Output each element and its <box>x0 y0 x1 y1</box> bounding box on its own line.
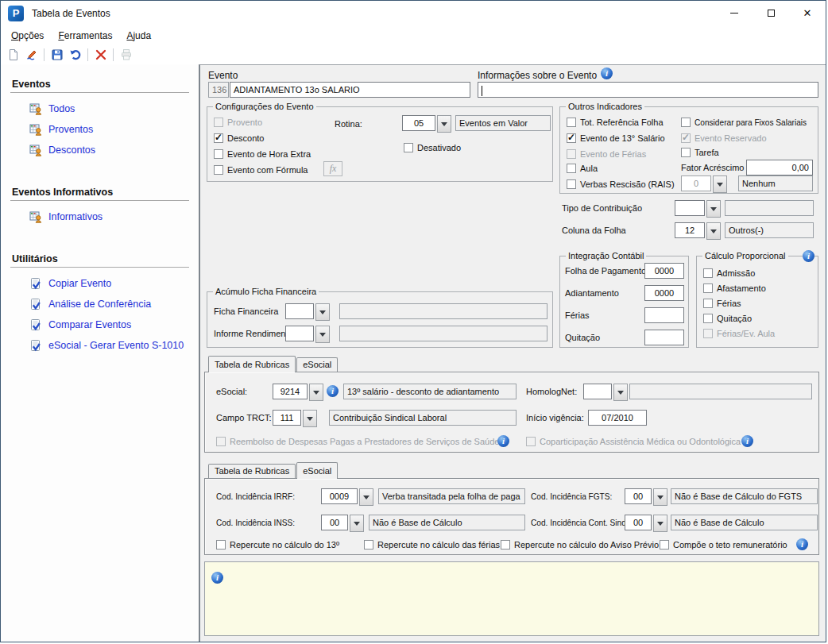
info-icon[interactable]: i <box>741 435 753 447</box>
checkbox-tot-referencia[interactable]: Tot. Referência Folha <box>567 117 664 128</box>
text-caret <box>482 86 482 96</box>
combo-value[interactable]: 00 <box>321 515 348 530</box>
dropdown-arrow-icon[interactable] <box>309 384 323 401</box>
ferias-field[interactable] <box>644 307 684 323</box>
checkbox-admissao[interactable]: Admissão <box>703 268 755 279</box>
dropdown-arrow-icon[interactable] <box>653 488 667 506</box>
dropdown-arrow-icon[interactable] <box>706 200 721 218</box>
fator-acrescimo-label: Fator Acréscimo <box>681 163 744 172</box>
menu-opcoes[interactable]: Opções <box>4 28 51 44</box>
folha-pagamento-field[interactable]: 0000 <box>644 263 684 279</box>
inicio-vigencia-field[interactable]: 07/2010 <box>588 410 647 426</box>
menu-ferramentas[interactable]: Ferramentas <box>51 28 119 44</box>
combo-value[interactable] <box>583 384 612 399</box>
ficha-financeira-combo[interactable] <box>285 303 330 321</box>
rotina-combo[interactable]: 05 <box>402 115 451 133</box>
sidebar-item-proventos[interactable]: Proventos <box>29 123 189 136</box>
coluna-folha-combo[interactable]: 12 <box>675 222 721 240</box>
dropdown-arrow-icon[interactable] <box>303 410 317 427</box>
menu-ajuda[interactable]: Ajuda <box>119 28 158 44</box>
combo-value[interactable]: 05 <box>402 115 435 131</box>
dropdown-arrow-icon[interactable] <box>315 303 330 321</box>
checkbox-afastamento[interactable]: Afastamento <box>703 283 766 294</box>
checkbox-formula[interactable]: Evento com Fórmula <box>214 164 308 175</box>
quitacao-field[interactable] <box>644 330 684 345</box>
evento-name-field[interactable]: ADIANTAMENTO 13o SALARIO <box>230 82 470 98</box>
checkbox-icon <box>703 268 713 278</box>
tab-tabela-de-rubricas-2[interactable]: Tabela de Rubricas <box>208 464 296 478</box>
tab-esocial[interactable]: eSocial <box>296 357 338 372</box>
info-icon[interactable]: i <box>497 435 509 447</box>
sidebar-item-copiar-evento[interactable]: Copiar Evento <box>29 277 189 290</box>
verbas-rescisao-combo[interactable]: 0 <box>681 175 727 193</box>
fator-acrescimo-field[interactable]: 0,00 <box>746 160 813 175</box>
checkbox-repercute-aviso[interactable]: Repercute no cálculo do Aviso Prévio <box>501 539 659 550</box>
checkbox-prop-ferias[interactable]: Férias <box>703 298 741 309</box>
sidebar-item-descontos[interactable]: Descontos <box>29 144 189 156</box>
combo-value[interactable] <box>285 303 314 319</box>
tipo-contribuicao-combo[interactable] <box>675 200 721 218</box>
cod-incidencia-sindical-combo[interactable]: 00 <box>625 515 667 532</box>
checkbox-repercute-ferias[interactable]: Repercute no cálculo das férias <box>364 539 500 550</box>
dropdown-arrow-icon[interactable] <box>359 488 373 506</box>
checkbox-desconto[interactable]: Desconto <box>214 133 264 144</box>
checkbox-teto-remuneratorio[interactable]: Compõe o teto remuneratório <box>660 539 787 550</box>
combo-value[interactable]: 00 <box>625 488 652 504</box>
cod-incidencia-fgts-combo[interactable]: 00 <box>625 488 667 506</box>
combo-value[interactable] <box>675 200 705 216</box>
checkbox-evento-13[interactable]: Evento de 13° Salário <box>567 133 665 144</box>
checkbox-verbas-rescisao[interactable]: Verbas Rescisão (RAIS) <box>567 179 675 190</box>
sidebar-item-esocial-s1010[interactable]: eSocial - Gerar Evento S-1010 <box>29 339 189 352</box>
checkbox-repercute-13[interactable]: Repercute no cálculo do 13º <box>216 539 339 550</box>
dropdown-arrow-icon[interactable] <box>653 515 667 532</box>
edit-icon[interactable] <box>24 48 39 63</box>
save-icon[interactable] <box>49 48 64 63</box>
homolognet-combo[interactable] <box>583 384 628 401</box>
dropdown-arrow-icon[interactable] <box>713 175 727 193</box>
sidebar-item-comparar-eventos[interactable]: Comparar Eventos <box>29 318 189 331</box>
info-icon[interactable]: i <box>601 67 613 79</box>
delete-icon[interactable] <box>93 48 108 63</box>
close-button[interactable]: ✕ <box>789 1 826 25</box>
combo-value[interactable]: 9214 <box>273 384 308 399</box>
tab-tabela-de-rubricas[interactable]: Tabela de Rubricas <box>208 356 296 372</box>
sidebar-item-informativos[interactable]: Informativos <box>29 210 189 223</box>
checkbox-prop-quitacao[interactable]: Quitação <box>703 313 752 324</box>
dropdown-arrow-icon[interactable] <box>315 326 330 343</box>
cod-incidencia-irrf-combo[interactable]: 0009 <box>321 488 373 506</box>
adiantamento-field[interactable]: 0000 <box>644 285 684 301</box>
undo-icon[interactable] <box>68 48 83 63</box>
group-title: Acúmulo Ficha Financeira <box>213 287 319 296</box>
minimize-button[interactable] <box>716 1 753 25</box>
dropdown-arrow-icon[interactable] <box>706 222 721 240</box>
esocial-combo[interactable]: 9214 <box>273 384 323 401</box>
sidebar-item-analise-conferencia[interactable]: Análise de Conferência <box>29 298 189 310</box>
info-evento-field[interactable] <box>478 82 818 98</box>
combo-value[interactable]: 111 <box>273 410 301 426</box>
checkbox-aula[interactable]: Aula <box>567 163 598 174</box>
ferias-label: Férias <box>565 310 590 320</box>
checkbox-desativado[interactable]: Desativado <box>404 142 461 153</box>
combo-value[interactable]: 0009 <box>321 488 358 504</box>
campo-trct-combo[interactable]: 111 <box>273 410 317 427</box>
new-document-icon[interactable] <box>6 48 21 63</box>
combo-value[interactable]: 00 <box>625 515 652 530</box>
tab-esocial-2[interactable]: eSocial <box>296 462 338 479</box>
formula-fx-button: fx <box>323 161 342 176</box>
dropdown-arrow-icon[interactable] <box>350 515 364 532</box>
info-icon[interactable]: i <box>803 250 814 262</box>
dropdown-arrow-icon[interactable] <box>437 115 451 133</box>
cod-incidencia-inss-combo[interactable]: 00 <box>321 515 364 532</box>
checkbox-tarefa[interactable]: Tarefa <box>681 147 719 158</box>
combo-value[interactable] <box>285 326 314 341</box>
info-icon[interactable]: i <box>796 538 808 550</box>
checkbox-hora-extra[interactable]: Evento de Hora Extra <box>214 148 311 160</box>
maximize-button[interactable] <box>753 1 789 25</box>
checkbox-fixos-salariais[interactable]: Considerar para Fixos Salariais <box>681 117 816 128</box>
informe-rendimentos-combo[interactable] <box>285 326 330 343</box>
dropdown-arrow-icon[interactable] <box>613 384 628 401</box>
combo-value[interactable]: 12 <box>675 222 705 238</box>
sidebar-item-todos[interactable]: Todos <box>29 102 189 115</box>
info-icon[interactable]: i <box>327 385 339 397</box>
combo-value[interactable]: 0 <box>681 175 711 191</box>
